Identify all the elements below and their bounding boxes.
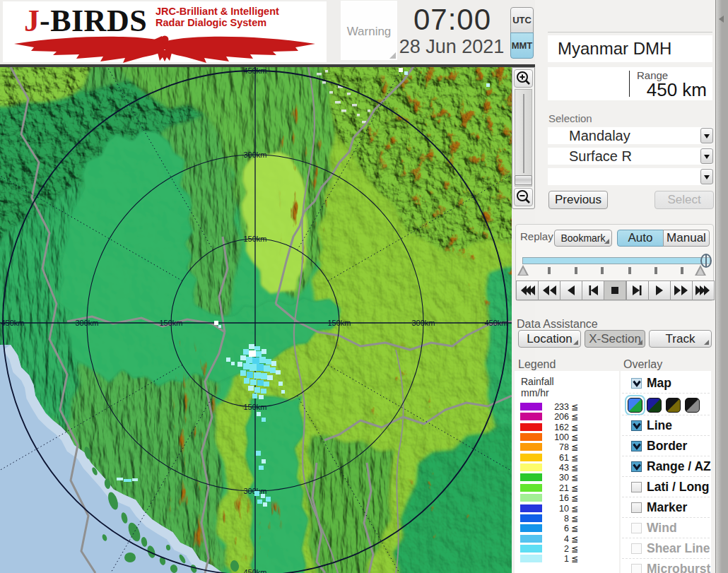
slider-tick xyxy=(601,267,604,274)
utc-button[interactable]: UTC xyxy=(510,7,534,33)
range-start-marker[interactable] xyxy=(517,265,529,276)
range-card: Range 450 km xyxy=(548,67,712,100)
option-dropdown[interactable] xyxy=(548,168,712,185)
site-dropdown-button[interactable] xyxy=(700,128,713,143)
zoom-in-button[interactable] xyxy=(514,69,533,88)
radar-map[interactable]: 150km150km150km150km300km300km300km300km… xyxy=(0,67,512,573)
overlay-separator xyxy=(622,415,710,415)
legend-operator: ≦ xyxy=(571,493,578,503)
map-style-row xyxy=(621,396,711,416)
eagle-logo-icon xyxy=(8,33,321,63)
slider-tick xyxy=(628,267,631,274)
zoom-out-button[interactable] xyxy=(514,188,533,206)
skip-end-icon xyxy=(630,285,645,296)
track-button[interactable]: Track xyxy=(649,330,712,348)
fast-rewind-button[interactable] xyxy=(516,280,539,300)
overlay-item-label: Microburst xyxy=(647,562,710,573)
overlay-item-lati-long[interactable]: Lati / Long xyxy=(621,478,711,498)
play-icon xyxy=(652,285,667,296)
legend-value: 10 xyxy=(536,504,569,514)
site-dropdown[interactable]: Mandalay xyxy=(548,127,712,144)
manual-button[interactable]: Manual xyxy=(663,230,710,247)
warning-panel[interactable]: Warning xyxy=(341,1,397,60)
map-style-2[interactable] xyxy=(647,398,662,413)
station-name: Myanmar DMH xyxy=(558,39,671,59)
map-zoom-control xyxy=(512,67,535,209)
product-dropdown-button[interactable] xyxy=(700,148,713,164)
overlay-item-border[interactable]: Border xyxy=(621,437,711,457)
fast-forward-button[interactable] xyxy=(692,280,715,300)
radar-map-canvas: 150km150km150km150km300km300km300km300km… xyxy=(0,67,512,573)
panel-collapse-strip[interactable] xyxy=(715,0,728,573)
selection-label: Selection xyxy=(548,112,592,124)
auto-button[interactable]: Auto xyxy=(617,230,664,247)
mmt-button[interactable]: MMT xyxy=(510,33,534,59)
collapse-arrow-icon[interactable] xyxy=(719,16,724,23)
overlay-item-wind[interactable]: Wind xyxy=(621,519,711,539)
checkbox-disabled[interactable] xyxy=(631,543,642,554)
legend-value: 1 xyxy=(536,554,569,564)
checkbox-checked[interactable] xyxy=(631,378,642,389)
overlay-item-map[interactable]: Map xyxy=(621,374,711,394)
x-section-button[interactable]: X-Section xyxy=(585,330,645,348)
select-button[interactable]: Select xyxy=(654,191,714,209)
overlay-item-label: Marker xyxy=(647,500,687,515)
legend-title: Legend xyxy=(518,358,556,371)
checkbox-checked[interactable] xyxy=(631,461,642,472)
map-style-3[interactable] xyxy=(666,398,681,413)
skip-end-button[interactable] xyxy=(626,280,649,300)
map-style-1[interactable] xyxy=(628,398,642,413)
range-end-marker[interactable] xyxy=(695,265,706,276)
checkbox-unchecked[interactable] xyxy=(631,482,642,492)
overlay-item-label: Line xyxy=(647,418,672,433)
rewind-button[interactable] xyxy=(538,280,560,300)
skip-start-button[interactable] xyxy=(582,280,604,300)
checkbox-disabled[interactable] xyxy=(631,564,642,573)
legend-operator: ≦ xyxy=(571,432,578,442)
legend-value: 4 xyxy=(536,534,569,544)
svg-text:150km: 150km xyxy=(243,235,266,243)
checkbox-checked[interactable] xyxy=(631,420,642,431)
svg-text:450km: 450km xyxy=(243,67,266,75)
checkbox-disabled[interactable] xyxy=(631,523,642,533)
bookmark-button[interactable]: Bookmark xyxy=(554,230,612,247)
overlay-item-label: Wind xyxy=(647,521,677,536)
checkbox-checked[interactable] xyxy=(631,441,642,451)
overlay-item-marker[interactable]: Marker xyxy=(621,498,711,519)
stop-icon xyxy=(607,285,623,296)
checkbox-unchecked[interactable] xyxy=(631,502,642,513)
play-button[interactable] xyxy=(648,280,671,300)
product-dropdown[interactable]: Surface R xyxy=(548,148,712,165)
data-assistance-label: Data Assistance xyxy=(517,318,598,331)
legend-value: 43 xyxy=(536,463,569,473)
overlay-item-range-az[interactable]: Range / AZ xyxy=(621,457,711,478)
legend-operator: ≦ xyxy=(571,524,578,533)
warning-label: Warning xyxy=(341,25,397,39)
rewind-icon xyxy=(541,285,557,296)
legend-card: Rainfall mm/hr 233≦206≦162≦100≦78≦61≦43≦… xyxy=(515,371,619,573)
option-dropdown-button[interactable] xyxy=(700,169,713,184)
overlay-separator xyxy=(622,558,710,559)
forward-button[interactable] xyxy=(670,280,693,300)
caret-down-icon xyxy=(704,155,710,159)
replay-slider-track[interactable] xyxy=(522,257,710,264)
zoom-slider-handle[interactable] xyxy=(515,175,532,185)
overlay-item-shear-line[interactable]: Shear Line xyxy=(621,539,711,560)
skip-start-icon xyxy=(585,285,601,296)
overlay-item-label: Border xyxy=(647,439,687,454)
stop-button[interactable] xyxy=(604,280,626,300)
overlay-item-label: Range / AZ xyxy=(647,459,711,474)
step-back-button[interactable] xyxy=(560,280,582,300)
clock-date: 28 Jun 2021 xyxy=(394,36,509,58)
svg-text:300km: 300km xyxy=(243,150,266,159)
previous-button[interactable]: Previous xyxy=(548,191,608,209)
overlay-item-line[interactable]: Line xyxy=(621,416,711,437)
slider-tick xyxy=(654,267,657,274)
zoom-slider[interactable] xyxy=(515,89,532,187)
check-icon xyxy=(633,423,641,430)
step-back-icon xyxy=(563,285,579,296)
svg-text:300km: 300km xyxy=(75,319,98,327)
map-style-4[interactable] xyxy=(685,398,700,413)
overlay-item-microburst[interactable]: Microburst xyxy=(621,560,711,573)
location-button[interactable]: Location xyxy=(518,330,581,348)
